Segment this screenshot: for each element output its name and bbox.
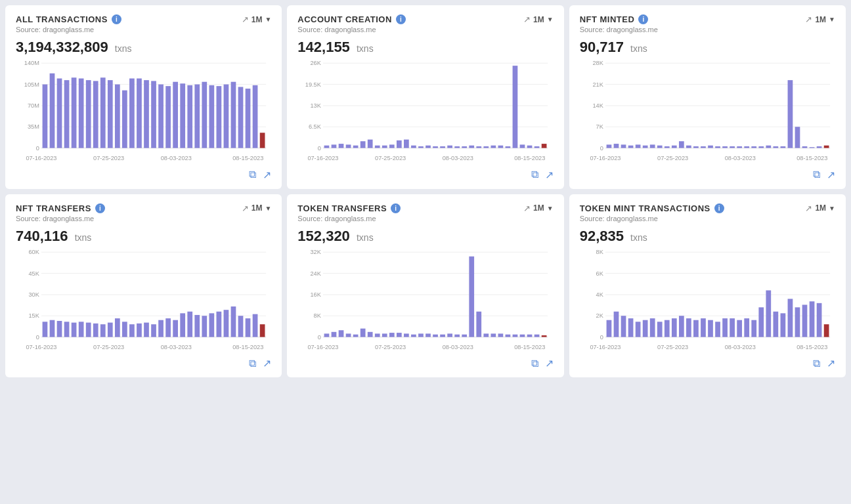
info-icon[interactable]: i (396, 14, 406, 24)
svg-rect-271 (823, 324, 829, 337)
svg-rect-38 (238, 87, 244, 148)
svg-rect-202 (375, 333, 380, 337)
copy-icon[interactable]: ⧉ (531, 169, 538, 180)
card-title: TOKEN MINT TRANSACTIONS (580, 203, 710, 213)
svg-text:13K: 13K (311, 102, 322, 109)
copy-icon[interactable]: ⧉ (249, 358, 256, 369)
copy-icon[interactable]: ⧉ (813, 358, 820, 369)
card-controls: ↗ 1M ▼ (523, 14, 554, 24)
stat-unit: txns (357, 43, 374, 54)
svg-rect-103 (606, 144, 611, 148)
svg-rect-130 (802, 146, 807, 148)
card-nft-transfers: NFT TRANSFERS i ↗ 1M ▼ Source: dragongla… (5, 194, 282, 378)
svg-text:08-15-2023: 08-15-2023 (796, 344, 827, 350)
svg-text:2K: 2K (596, 312, 603, 319)
info-icon[interactable]: i (391, 203, 401, 213)
svg-rect-250 (672, 318, 677, 337)
dropdown-arrow-icon[interactable]: ▼ (547, 16, 554, 23)
period-button[interactable]: 1M (251, 15, 263, 24)
period-button[interactable]: 1M (815, 15, 826, 24)
svg-rect-75 (455, 146, 460, 148)
period-button[interactable]: 1M (533, 15, 544, 24)
copy-icon[interactable]: ⧉ (531, 358, 538, 369)
svg-rect-122 (744, 146, 749, 148)
svg-rect-127 (780, 146, 785, 148)
svg-rect-109 (649, 144, 655, 148)
svg-rect-58 (332, 144, 337, 148)
dropdown-arrow-icon[interactable]: ▼ (265, 205, 271, 212)
dropdown-arrow-icon[interactable]: ▼ (829, 205, 835, 212)
dropdown-arrow-icon[interactable]: ▼ (547, 205, 554, 212)
info-icon[interactable]: i (638, 14, 648, 24)
svg-rect-65 (382, 146, 387, 148)
svg-rect-14 (64, 80, 70, 148)
share-icon[interactable]: ↗ (263, 357, 271, 369)
info-icon[interactable]: i (95, 203, 105, 213)
svg-rect-77 (469, 146, 475, 148)
card-title: ALL TRANSACTIONS (16, 14, 108, 24)
share-icon[interactable]: ↗ (545, 169, 554, 181)
info-icon[interactable]: i (112, 14, 121, 24)
svg-rect-251 (679, 316, 684, 337)
svg-rect-178 (253, 314, 258, 337)
svg-rect-176 (238, 316, 244, 337)
svg-text:07-25-2023: 07-25-2023 (375, 344, 406, 350)
period-button[interactable]: 1M (815, 203, 826, 213)
svg-rect-179 (260, 324, 265, 337)
svg-rect-206 (404, 333, 409, 337)
svg-text:4K: 4K (596, 291, 603, 298)
info-icon[interactable]: i (714, 203, 724, 213)
svg-rect-28 (165, 86, 171, 148)
svg-rect-26 (151, 81, 156, 148)
svg-rect-71 (426, 146, 431, 148)
svg-text:08-15-2023: 08-15-2023 (232, 155, 263, 161)
svg-rect-105 (621, 144, 626, 148)
svg-text:0: 0 (36, 333, 39, 340)
period-button[interactable]: 1M (251, 203, 263, 213)
svg-rect-68 (404, 140, 409, 148)
copy-icon[interactable]: ⧉ (813, 169, 820, 180)
svg-rect-169 (187, 311, 192, 337)
card-nft-minted: NFT MINTED i ↗ 1M ▼ Source: dragonglass.… (569, 5, 846, 189)
trend-icon: ↗ (523, 203, 531, 213)
svg-rect-196 (332, 331, 337, 337)
dropdown-arrow-icon[interactable]: ▼ (265, 16, 271, 23)
share-icon[interactable]: ↗ (545, 357, 554, 369)
card-footer: ⧉ ↗ (580, 169, 835, 181)
svg-rect-76 (462, 146, 468, 148)
stat-unit: txns (115, 43, 132, 54)
svg-text:0: 0 (600, 333, 603, 340)
card-controls: ↗ 1M ▼ (242, 203, 272, 213)
svg-rect-11 (43, 85, 48, 148)
share-icon[interactable]: ↗ (827, 169, 835, 181)
share-icon[interactable]: ↗ (827, 357, 835, 369)
card-title-row: NFT MINTED i (580, 14, 649, 24)
svg-text:08-03-2023: 08-03-2023 (161, 344, 192, 350)
svg-rect-82 (506, 146, 511, 148)
svg-rect-244 (628, 318, 633, 337)
svg-rect-165 (158, 320, 164, 337)
svg-rect-37 (231, 82, 236, 148)
period-button[interactable]: 1M (533, 203, 544, 213)
source-text: Source: dragonglass.me (580, 26, 835, 33)
stat-value: 92,835 txns (580, 228, 835, 245)
svg-text:07-16-2023: 07-16-2023 (26, 155, 56, 161)
svg-rect-265 (780, 313, 785, 337)
svg-rect-264 (773, 311, 778, 337)
svg-rect-248 (657, 322, 663, 337)
svg-rect-257 (722, 318, 728, 337)
svg-rect-119 (722, 146, 728, 148)
svg-rect-254 (701, 318, 706, 337)
svg-rect-177 (246, 318, 251, 337)
card-token-mint: TOKEN MINT TRANSACTIONS i ↗ 1M ▼ Source:… (569, 194, 846, 378)
svg-rect-133 (823, 146, 829, 148)
share-icon[interactable]: ↗ (263, 169, 271, 181)
svg-rect-259 (737, 320, 742, 337)
copy-icon[interactable]: ⧉ (249, 169, 256, 180)
svg-rect-66 (389, 144, 395, 148)
svg-rect-162 (137, 324, 142, 337)
card-title: ACCOUNT CREATION (297, 14, 392, 24)
dropdown-arrow-icon[interactable]: ▼ (829, 16, 835, 23)
svg-rect-116 (701, 146, 706, 148)
svg-text:0: 0 (600, 145, 603, 152)
